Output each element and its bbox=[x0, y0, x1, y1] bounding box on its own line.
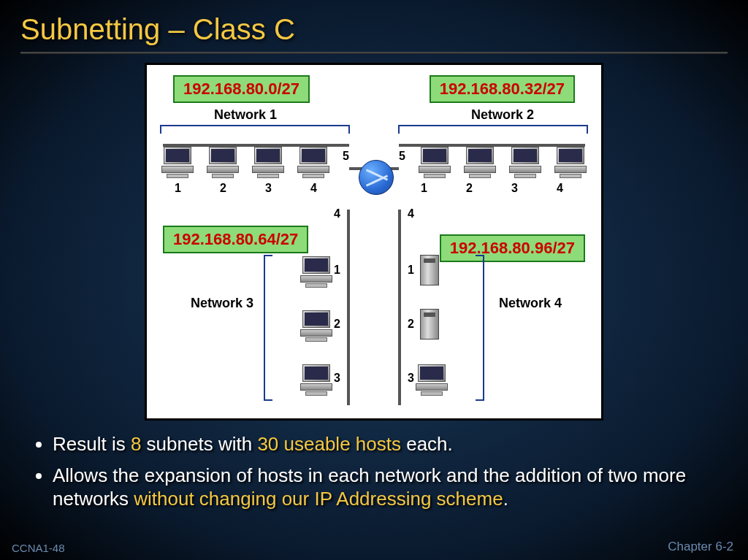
pc-icon bbox=[297, 147, 329, 176]
pc-icon bbox=[300, 364, 332, 394]
subnet-label-1: 192.168.80.0/27 bbox=[173, 75, 310, 103]
brace-net3 bbox=[264, 255, 272, 401]
host-num: 2 bbox=[466, 182, 473, 195]
pc-icon bbox=[419, 147, 451, 176]
footer-left: CCNA1-48 bbox=[12, 542, 65, 554]
host-num: 5 bbox=[399, 150, 405, 163]
subnet-label-4: 192.168.80.96/27 bbox=[440, 234, 585, 262]
network-title-2: Network 2 bbox=[471, 107, 534, 123]
subnet-label-2: 192.168.80.32/27 bbox=[430, 75, 575, 103]
pc-icon bbox=[300, 310, 332, 340]
bullet-2: Allows the expansion of hosts in each ne… bbox=[53, 464, 713, 511]
host-num: 1 bbox=[408, 264, 414, 277]
pc-icon bbox=[509, 147, 541, 176]
bullet-highlight: 30 useable hosts bbox=[257, 433, 401, 455]
host-num: 3 bbox=[265, 182, 272, 195]
host-num: 1 bbox=[175, 182, 181, 195]
network-title-4: Network 4 bbox=[499, 296, 562, 311]
host-num: 1 bbox=[334, 264, 340, 277]
host-num: 3 bbox=[334, 372, 340, 385]
bullet-text: each. bbox=[401, 433, 453, 455]
bullet-highlight: without changing our IP Addressing schem… bbox=[134, 488, 503, 510]
pc-icon bbox=[161, 147, 194, 176]
network-diagram: 192.168.80.0/27 192.168.80.32/27 192.168… bbox=[145, 63, 603, 421]
bullet-text: . bbox=[503, 488, 508, 510]
bullet-1: Result is 8 subnets with 30 useable host… bbox=[53, 432, 713, 456]
host-num: 2 bbox=[408, 318, 414, 331]
host-num: 4 bbox=[310, 182, 317, 195]
diagram-container: 192.168.80.0/27 192.168.80.32/27 192.168… bbox=[0, 63, 748, 421]
pc-icon bbox=[207, 147, 239, 176]
bullet-text: Result is bbox=[53, 433, 131, 455]
brace-net1 bbox=[160, 125, 350, 134]
pc-icon bbox=[252, 147, 284, 176]
host-num: 5 bbox=[343, 150, 349, 163]
pc-icon bbox=[464, 147, 496, 176]
slide-title: Subnetting – Class C bbox=[0, 0, 748, 52]
host-num: 4 bbox=[334, 207, 340, 220]
host-num: 2 bbox=[334, 318, 340, 331]
host-num: 2 bbox=[220, 182, 226, 195]
bullet-text: subnets with bbox=[141, 433, 257, 455]
host-num: 4 bbox=[408, 207, 414, 220]
brace-net4 bbox=[476, 255, 484, 401]
subnet-label-3: 192.168.80.64/27 bbox=[163, 226, 308, 253]
pc-icon bbox=[300, 256, 332, 285]
network-title-3: Network 3 bbox=[191, 296, 253, 311]
bus-line-net4 bbox=[398, 210, 401, 405]
bullet-highlight: 8 bbox=[131, 433, 141, 455]
pc-icon bbox=[554, 147, 587, 176]
footer-right: Chapter 6-2 bbox=[668, 540, 733, 554]
brace-net2 bbox=[398, 125, 588, 134]
bullet-list: Result is 8 subnets with 30 useable host… bbox=[35, 432, 713, 511]
network-title-1: Network 1 bbox=[214, 107, 277, 123]
bus-line-net3 bbox=[347, 210, 350, 405]
router-icon bbox=[359, 160, 394, 195]
host-num: 1 bbox=[421, 182, 427, 195]
pc-icon bbox=[416, 364, 448, 394]
title-divider bbox=[20, 52, 728, 54]
host-num: 3 bbox=[511, 182, 518, 195]
server-icon bbox=[420, 309, 439, 340]
host-num: 4 bbox=[557, 182, 563, 195]
server-icon bbox=[420, 255, 439, 285]
host-num: 3 bbox=[408, 372, 414, 385]
